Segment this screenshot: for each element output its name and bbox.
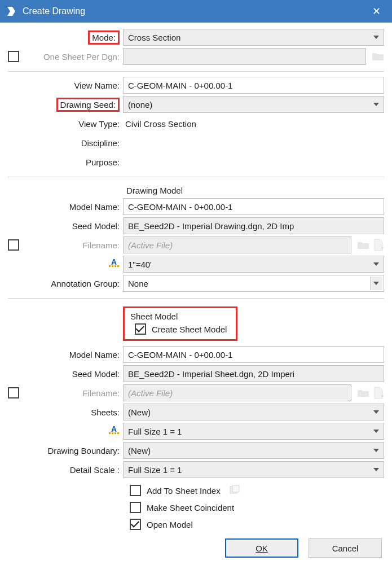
one-sheet-label: One Sheet Per Dgn: xyxy=(24,52,123,62)
sheet-filename-input: (Active File) xyxy=(123,384,351,401)
drawing-seed-row: Drawing Seed: (none) xyxy=(8,95,384,113)
drawing-model-name-row: Model Name: C-GEOM-MAIN - 0+00.00-1 xyxy=(8,198,384,216)
close-icon[interactable]: ✕ xyxy=(365,5,387,17)
svg-rect-4 xyxy=(232,485,239,492)
drawing-filename-row: Filename: (Active File) + xyxy=(8,236,384,254)
purpose-row: Purpose: xyxy=(8,153,384,171)
detail-scale-row: Detail Scale : Full Size 1 = 1 xyxy=(8,461,384,479)
drawing-seed-model-label: Seed Model: xyxy=(24,221,123,231)
titlebar: Create Drawing ✕ xyxy=(0,0,392,23)
drawing-scale-row: A 1"=40' xyxy=(8,255,384,273)
drawing-filename-checkbox[interactable] xyxy=(8,239,19,251)
view-type-label: View Type: xyxy=(24,119,123,129)
drawing-boundary-row: Drawing Boundary: (New) xyxy=(8,441,384,459)
one-sheet-row: One Sheet Per Dgn: xyxy=(8,47,384,65)
drawing-scale-combo[interactable]: 1"=40' xyxy=(123,256,384,273)
drawing-seed-label-highlight: Drawing Seed: xyxy=(56,98,120,112)
annotation-scale-icon: A xyxy=(108,259,120,270)
drawing-seed-label: Drawing Seed: xyxy=(60,100,116,110)
sheet-seed-model-row: Seed Model: BE_Seed2D - Imperial Sheet.d… xyxy=(8,365,384,383)
purpose-label: Purpose: xyxy=(24,157,123,167)
chevron-down-icon xyxy=(373,36,379,39)
open-model-checkbox[interactable] xyxy=(130,519,141,530)
view-name-row: View Name: C-GEOM-MAIN - 0+00.00-1 xyxy=(8,76,384,94)
chevron-down-icon xyxy=(373,282,379,285)
detail-scale-label: Detail Scale : xyxy=(24,465,123,475)
discipline-label: Discipline: xyxy=(24,138,123,148)
svg-marker-0 xyxy=(7,7,15,16)
make-sheet-coincident-checkbox[interactable] xyxy=(130,502,141,513)
chevron-down-icon xyxy=(373,410,379,414)
mode-label-highlight: Mode: xyxy=(88,30,120,45)
cancel-button[interactable]: Cancel xyxy=(309,538,382,558)
chevron-down-icon xyxy=(373,103,379,106)
chevron-down-icon xyxy=(373,430,379,433)
view-type-value: Civil Cross Section xyxy=(123,119,196,129)
sheet-model-name-row: Model Name: C-GEOM-MAIN - 0+00.00-1 xyxy=(8,345,384,363)
sheet-model-name-input[interactable]: C-GEOM-MAIN - 0+00.00-1 xyxy=(123,346,384,363)
add-to-sheet-index-checkbox[interactable] xyxy=(130,485,141,496)
annotation-scale-icon: A xyxy=(108,426,120,437)
sheet-model-header: Sheet Model xyxy=(129,312,227,321)
svg-text:+: + xyxy=(381,393,384,399)
app-icon xyxy=(6,6,17,17)
create-sheet-model-checkbox[interactable] xyxy=(135,323,146,335)
drawing-seed-combo[interactable]: (none) xyxy=(123,96,384,113)
browse-folder-icon[interactable] xyxy=(372,51,384,62)
browse-folder-icon[interactable] xyxy=(357,240,369,250)
one-sheet-field xyxy=(123,48,366,65)
sheets-label: Sheets: xyxy=(24,408,123,417)
drawing-seed-model-row: Seed Model: BE_Seed2D - Imperial Drawing… xyxy=(8,217,384,235)
divider xyxy=(8,298,384,299)
sheet-filename-label: Filename: xyxy=(24,388,123,398)
sheet-filename-checkbox[interactable] xyxy=(8,387,19,398)
sheet-model-highlight: Sheet Model Create Sheet Model xyxy=(123,306,237,341)
annotation-group-label: Annotation Group: xyxy=(24,279,123,288)
divider xyxy=(8,177,384,177)
ok-button[interactable]: OK xyxy=(225,538,298,558)
view-name-label: View Name: xyxy=(24,81,123,90)
detail-scale-combo[interactable]: Full Size 1 = 1 xyxy=(123,461,384,478)
drawing-filename-label: Filename: xyxy=(24,240,123,250)
sheet-scale-row: A Full Size 1 = 1 xyxy=(8,422,384,440)
sheet-index-icon xyxy=(230,485,241,497)
open-model-label: Open Model xyxy=(147,520,193,529)
annotation-group-combo[interactable]: None xyxy=(123,275,384,292)
make-sheet-coincident-label: Make Sheet Coincident xyxy=(147,503,234,513)
sheet-model-name-label: Model Name: xyxy=(24,350,123,360)
create-sheet-model-label: Create Sheet Model xyxy=(152,325,227,334)
sheets-row: Sheets: (New) xyxy=(8,403,384,421)
sheets-combo[interactable]: (New) xyxy=(123,404,384,421)
drawing-boundary-label: Drawing Boundary: xyxy=(24,446,123,455)
chevron-down-icon xyxy=(373,449,379,452)
drawing-model-header: Drawing Model xyxy=(8,183,384,198)
view-name-input[interactable]: C-GEOM-MAIN - 0+00.00-1 xyxy=(123,77,384,94)
chevron-down-icon xyxy=(373,262,379,266)
browse-folder-icon[interactable] xyxy=(357,388,369,398)
button-row: OK Cancel xyxy=(8,538,384,558)
annotation-group-row: Annotation Group: None xyxy=(8,274,384,292)
drawing-seed-model-combo[interactable]: BE_Seed2D - Imperial Drawing.dgn, 2D Imp xyxy=(123,217,384,234)
drawing-boundary-combo[interactable]: (New) xyxy=(123,442,384,459)
options-block: Add To Sheet Index Make Sheet Coincident… xyxy=(8,482,384,533)
mode-label: Mode: xyxy=(92,33,116,42)
divider xyxy=(8,71,384,72)
mode-row: Mode: Cross Section xyxy=(8,28,384,46)
drawing-filename-input: (Active File) xyxy=(123,236,351,253)
sheet-seed-model-label: Seed Model: xyxy=(24,369,123,379)
one-sheet-checkbox[interactable] xyxy=(8,51,19,62)
chevron-down-icon xyxy=(373,468,379,471)
discipline-row: Discipline: xyxy=(8,134,384,152)
drawing-model-name-input[interactable]: C-GEOM-MAIN - 0+00.00-1 xyxy=(123,198,384,215)
new-file-icon[interactable]: + xyxy=(373,387,384,399)
add-to-sheet-index-label: Add To Sheet Index xyxy=(147,486,221,496)
svg-text:+: + xyxy=(381,245,384,251)
new-file-icon[interactable]: + xyxy=(373,239,384,251)
mode-combo[interactable]: Cross Section xyxy=(123,29,384,46)
sheet-filename-row: Filename: (Active File) + xyxy=(8,384,384,402)
drawing-model-name-label: Model Name: xyxy=(24,202,123,212)
window-title: Create Drawing xyxy=(23,6,365,16)
sheet-scale-combo[interactable]: Full Size 1 = 1 xyxy=(123,423,384,440)
sheet-seed-model-combo[interactable]: BE_Seed2D - Imperial Sheet.dgn, 2D Imper… xyxy=(123,365,384,382)
view-type-row: View Type: Civil Cross Section xyxy=(8,115,384,133)
